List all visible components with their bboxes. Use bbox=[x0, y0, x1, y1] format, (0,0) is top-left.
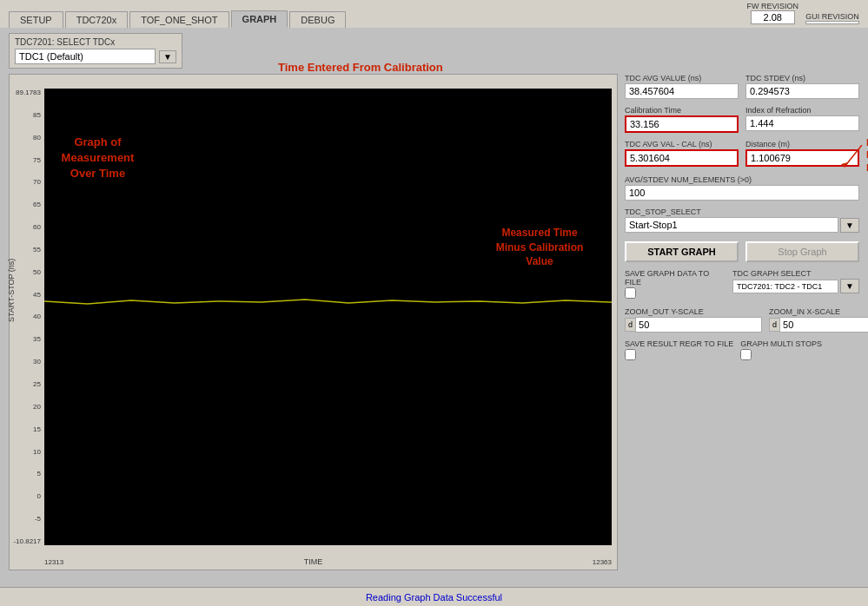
status-text: Reading Graph Data Successful bbox=[366, 592, 502, 603]
tdc-stdev-label: TDC STDEV (ns) bbox=[745, 74, 859, 82]
tdc-avg-cal-input[interactable] bbox=[625, 149, 739, 167]
tdc-select-label: TDC7201: SELECT TDCx bbox=[15, 37, 176, 47]
save-result-group: SAVE RESULT REGR TO FILE bbox=[625, 339, 733, 362]
top-bar: SETUP TDC720x TOF_ONE_SHOT GRAPH DEBUG F… bbox=[0, 0, 868, 28]
button-row: START GRAPH Stop Graph bbox=[625, 241, 859, 262]
cal-time-label: Calibration Time bbox=[625, 106, 739, 115]
graph-canvas: Graph ofMeasurementOver Time Measured Ti… bbox=[44, 89, 612, 545]
tdc-stop-group: TDC_STOP_SELECT ▼ bbox=[625, 207, 859, 233]
stop-graph-button[interactable]: Stop Graph bbox=[745, 241, 859, 262]
tdc-avg-cal-label: TDC AVG VAL - CAL (ns) bbox=[625, 140, 739, 148]
right-panel: TDC AVG VALUE (ns) TDC STDEV (ns) Calibr… bbox=[625, 74, 859, 570]
graph-multi-checkbox[interactable] bbox=[740, 349, 752, 360]
avg-num-input[interactable] bbox=[625, 185, 859, 201]
tabs: SETUP TDC720x TOF_ONE_SHOT GRAPH DEBUG bbox=[9, 10, 346, 28]
graph-multi-group: GRAPH MULTI STOPS bbox=[740, 339, 822, 362]
start-graph-button[interactable]: START GRAPH bbox=[625, 241, 739, 262]
graph-area: 89.1783 85 80 75 70 65 60 55 50 45 40 35… bbox=[9, 74, 618, 570]
tdc-avg-cal-group: TDC AVG VAL - CAL (ns) bbox=[625, 140, 739, 167]
zoom-out-prefix: d bbox=[625, 318, 635, 332]
graph-line bbox=[44, 89, 612, 545]
zoom-in-prefix: d bbox=[769, 318, 779, 332]
fw-revision-group: FW REVISION 2.08 bbox=[746, 2, 798, 24]
svg-marker-3 bbox=[841, 162, 848, 168]
tab-debug[interactable]: DEBUG bbox=[289, 11, 346, 28]
gui-revision-label: GUI REVISION bbox=[805, 12, 859, 21]
distance-arrow bbox=[840, 145, 866, 171]
avg-num-group: AVG/STDEV NUM_ELEMENTS (>0) bbox=[625, 175, 859, 201]
tab-tdc720x[interactable]: TDC720x bbox=[65, 11, 128, 28]
tdc-avg-input[interactable] bbox=[625, 83, 739, 99]
x-axis-label: TIME bbox=[304, 557, 323, 566]
tab-tof-one-shot[interactable]: TOF_ONE_SHOT bbox=[129, 11, 229, 28]
index-refraction-label: Index of Refraction bbox=[745, 106, 859, 115]
zoom-row: ZOOM_OUT Y-SCALE d ZOOM_IN X-SCALE d bbox=[625, 307, 859, 333]
save-graph-group: SAVE GRAPH DATA TO FILE bbox=[625, 269, 726, 300]
status-bar: Reading Graph Data Successful bbox=[0, 587, 868, 606]
tdc-graph-select-label: TDC GRAPH SELECT bbox=[732, 269, 859, 278]
cal-time-group: Calibration Time bbox=[625, 106, 739, 133]
field-row-1: TDC AVG VALUE (ns) TDC STDEV (ns) bbox=[625, 74, 859, 99]
zoom-out-input[interactable] bbox=[635, 317, 762, 333]
save-tdc-row: SAVE GRAPH DATA TO FILE TDC GRAPH SELECT… bbox=[625, 269, 859, 300]
zoom-in-label: ZOOM_IN X-SCALE bbox=[769, 307, 868, 316]
avg-num-label: AVG/STDEV NUM_ELEMENTS (>0) bbox=[625, 175, 859, 184]
tdc-avg-label: TDC AVG VALUE (ns) bbox=[625, 74, 739, 82]
field-row-2: Calibration Time Index of Refraction bbox=[625, 106, 859, 133]
tdc-stdev-group: TDC STDEV (ns) bbox=[745, 74, 859, 99]
save-result-checkbox[interactable] bbox=[625, 349, 636, 360]
tdc-stop-input[interactable] bbox=[625, 217, 838, 233]
cal-time-input[interactable] bbox=[625, 115, 739, 133]
tdc-select-arrow[interactable]: ▼ bbox=[159, 50, 176, 63]
save-graph-checkbox[interactable] bbox=[625, 287, 636, 299]
save-graph-label: SAVE GRAPH DATA TO FILE bbox=[625, 269, 726, 287]
save-result-label: SAVE RESULT REGR TO FILE bbox=[625, 339, 733, 348]
tdc-graph-select-dropdown[interactable]: ▼ bbox=[840, 279, 859, 293]
gui-revision-value bbox=[805, 21, 859, 24]
tdc-stop-label: TDC_STOP_SELECT bbox=[625, 207, 859, 216]
fw-revision-value: 2.08 bbox=[751, 10, 795, 24]
zoom-out-group: ZOOM_OUT Y-SCALE d bbox=[625, 307, 762, 333]
x-axis-ticks: 12313 12363 bbox=[44, 558, 612, 566]
tab-graph[interactable]: GRAPH bbox=[231, 10, 288, 28]
graph-multi-label: GRAPH MULTI STOPS bbox=[740, 339, 822, 348]
fw-revision-label: FW REVISION bbox=[746, 2, 798, 10]
tdc-stdev-input[interactable] bbox=[745, 83, 859, 99]
index-refraction-group: Index of Refraction bbox=[745, 106, 859, 133]
tdc-stop-dropdown[interactable]: ▼ bbox=[840, 218, 859, 233]
zoom-in-group: ZOOM_IN X-SCALE d bbox=[769, 307, 868, 333]
tdc-select-input[interactable] bbox=[15, 49, 156, 64]
gui-revision-group: GUI REVISION bbox=[805, 12, 859, 24]
distance-group: Distance (m) Distance CalculatedFrom Cal… bbox=[745, 140, 859, 167]
zoom-in-input[interactable] bbox=[779, 317, 868, 333]
bottom-checkboxes: SAVE RESULT REGR TO FILE GRAPH MULTI STO… bbox=[625, 339, 859, 362]
y-axis-label: START-STOP (ns) bbox=[7, 259, 16, 322]
tab-setup[interactable]: SETUP bbox=[9, 11, 63, 28]
tdc-graph-select-group: TDC GRAPH SELECT ▼ bbox=[732, 269, 859, 293]
index-refraction-input[interactable] bbox=[745, 115, 859, 131]
revision-area: FW REVISION 2.08 GUI REVISION bbox=[746, 2, 859, 28]
tdc-avg-group: TDC AVG VALUE (ns) bbox=[625, 74, 739, 99]
zoom-out-label: ZOOM_OUT Y-SCALE bbox=[625, 307, 762, 316]
field-row-3: TDC AVG VAL - CAL (ns) Distance (m) bbox=[625, 140, 859, 167]
tdc-select-box: TDC7201: SELECT TDCx ▼ bbox=[9, 33, 182, 69]
tdc-graph-select-input[interactable] bbox=[732, 280, 838, 293]
